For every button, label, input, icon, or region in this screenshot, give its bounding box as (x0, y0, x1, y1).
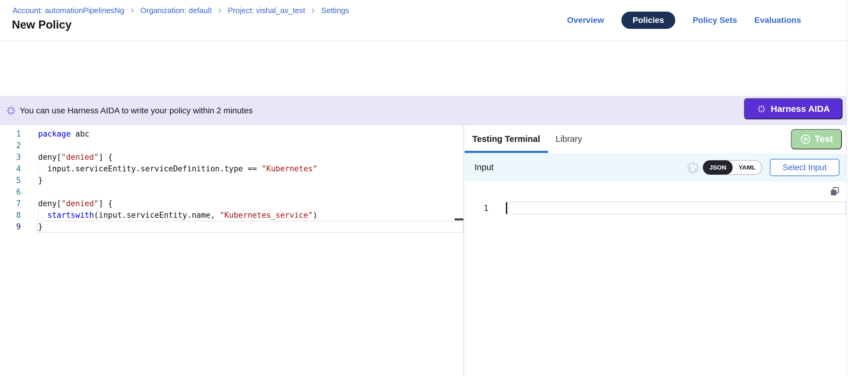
test-label: Test (815, 134, 833, 145)
fork-icon[interactable] (687, 162, 699, 174)
breadcrumb-settings-link[interactable]: Settings (321, 6, 349, 15)
module-nav: Overview Policies Policy Sets Evaluation… (567, 11, 801, 29)
breadcrumb-org-link[interactable]: Organization: default (141, 6, 212, 15)
chevron-right-icon (310, 7, 316, 14)
nav-policy-sets[interactable]: Policy Sets (692, 15, 737, 25)
input-editor[interactable]: 1 (465, 182, 846, 376)
line-number: 3 (0, 153, 21, 161)
policy-code-editor[interactable]: 1package abc23deny["denied"] {4 input.se… (0, 125, 463, 376)
code-line-4[interactable]: 4 input.serviceEntity.serviceDefinition.… (0, 163, 463, 174)
page-header: Account: automationPipelinesNg Organizat… (0, 0, 846, 41)
breadcrumb-project-link[interactable]: Project: vishal_av_test (228, 6, 305, 15)
code-text: deny["denied"] { (38, 153, 113, 161)
nav-evaluations[interactable]: Evaluations (754, 15, 801, 25)
panel-divider[interactable] (463, 125, 464, 376)
tab-library[interactable]: Library (548, 125, 590, 153)
aida-flower-icon (5, 105, 17, 116)
format-option-json[interactable]: JSON (703, 160, 733, 175)
code-text: startswith(input.serviceEntity.name, "Ku… (38, 211, 317, 220)
policy-toolbar: Default_Service_Policy Save Discard (0, 41, 846, 96)
code-text: } (38, 176, 43, 185)
input-line-number: 1 (465, 201, 489, 215)
code-line-8[interactable]: 8 startswith(input.serviceEntity.name, "… (0, 209, 463, 221)
code-line-1[interactable]: 1package abc (0, 128, 463, 139)
terminal-tabs: Testing Terminal Library (465, 125, 590, 153)
harness-aida-button[interactable]: Harness AIDA (744, 98, 842, 119)
active-tab-underline (465, 151, 548, 153)
policy-code-lines: 1package abc23deny["denied"] {4 input.se… (0, 128, 463, 232)
aida-flower-icon (756, 104, 767, 114)
line-number: 7 (0, 199, 21, 208)
format-option-yaml[interactable]: YAML (733, 161, 762, 174)
aida-banner: You can use Harness AIDA to write your p… (0, 96, 846, 125)
code-line-3[interactable]: 3deny["denied"] { (0, 151, 463, 163)
select-input-label: Select Input (783, 163, 827, 172)
chevron-right-icon (129, 7, 136, 14)
input-current-line-highlight (506, 201, 846, 215)
aida-banner-text: You can use Harness AIDA to write your p… (20, 96, 252, 125)
breadcrumb: Account: automationPipelinesNg Organizat… (12, 6, 349, 15)
line-number: 5 (0, 176, 21, 185)
nav-overview[interactable]: Overview (567, 15, 604, 25)
line-number: 9 (0, 222, 21, 231)
aida-button-label: Harness AIDA (771, 104, 830, 114)
code-text: input.serviceEntity.serviceDefinition.ty… (38, 164, 317, 173)
code-text: package abc (38, 129, 89, 138)
nav-policies-active[interactable]: Policies (621, 11, 676, 29)
testing-terminal-panel: Testing Terminal Library Test Input (465, 125, 846, 376)
line-number: 2 (0, 141, 21, 150)
input-label: Input (474, 153, 494, 182)
chevron-right-icon (217, 7, 223, 14)
tab-label: Testing Terminal (472, 134, 540, 144)
new-policy-page: Account: automationPipelinesNg Organizat… (0, 0, 868, 376)
tab-testing-terminal[interactable]: Testing Terminal (465, 125, 548, 153)
line-number: 8 (0, 211, 21, 220)
format-toggle[interactable]: JSON YAML (703, 160, 762, 175)
text-cursor (506, 202, 507, 214)
code-text: } (38, 222, 43, 231)
play-circle-icon (800, 133, 811, 145)
line-number: 1 (0, 129, 21, 138)
copy-icon[interactable] (829, 186, 840, 197)
test-button[interactable]: Test (791, 129, 842, 149)
select-input-button[interactable]: Select Input (770, 159, 839, 176)
code-line-9[interactable]: 9} (0, 221, 463, 232)
right-gutter-line (846, 0, 847, 376)
page-title: New Policy (12, 19, 72, 31)
breadcrumb-account-link[interactable]: Account: automationPipelinesNg (12, 6, 124, 15)
overview-ruler-cursor-mark (455, 218, 463, 220)
code-line-2[interactable]: 2 (0, 139, 463, 151)
line-number: 4 (0, 164, 21, 173)
input-bar: Input JSON YAML (465, 153, 846, 182)
tab-label: Library (556, 134, 582, 144)
code-text: deny["denied"] { (38, 199, 113, 208)
line-number: 6 (0, 187, 21, 196)
code-line-7[interactable]: 7deny["denied"] { (0, 197, 463, 209)
main-area: 1package abc23deny["denied"] {4 input.se… (0, 125, 846, 376)
code-line-5[interactable]: 5} (0, 174, 463, 186)
code-line-6[interactable]: 6 (0, 186, 463, 197)
